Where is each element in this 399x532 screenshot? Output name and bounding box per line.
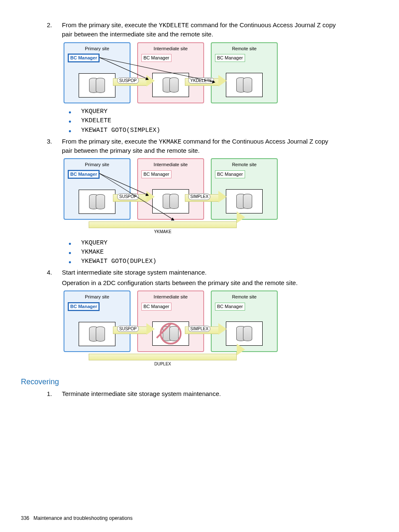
arrow-icon	[218, 191, 227, 203]
step2-command-list: YKQUERY YKDELETE YKEWAIT GOTO(SIMPLEX)	[62, 108, 336, 135]
bcm-remote: BC Manager	[215, 303, 245, 311]
bcm-remote: BC Manager	[215, 54, 245, 62]
blocked-icon	[160, 323, 182, 344]
site-title-intermediate: Intermediate site	[141, 162, 200, 168]
storage-icon	[79, 322, 115, 346]
storage-icon	[226, 73, 263, 97]
step-4: Start intermediate site storage system m…	[62, 268, 336, 367]
site-title-primary: Primary site	[68, 162, 126, 168]
diagram-step4: Primary site BC Manager Intermediate sit…	[64, 290, 336, 367]
bcm-remote: BC Manager	[215, 170, 245, 178]
cmd-item: YKDELETE	[81, 117, 336, 125]
bcm-intermediate: BC Manager	[141, 170, 171, 178]
band-duplex	[89, 354, 237, 360]
step-2: From the primary site, execute the YKDEL…	[62, 21, 336, 135]
storage-blocked-icon	[152, 321, 189, 346]
bcm-intermediate: BC Manager	[141, 303, 171, 311]
cmd-item: YKMAKE	[81, 248, 336, 257]
label-simplex: SIMPLEX	[188, 193, 210, 200]
band-ykmake	[89, 221, 237, 228]
step-3: From the primary site, execute the YKMAK…	[62, 137, 336, 266]
cmd-item: YKEWAIT GOTO(SIMPLEX)	[81, 126, 336, 135]
label-suspop: SUSPOP	[117, 326, 139, 332]
label-suspop: SUSPOP	[117, 77, 139, 84]
diagram-step2: Primary site BC Manager Intermediate sit…	[64, 42, 336, 104]
label-suspop: SUSPOP	[117, 193, 139, 200]
cmd-item: YKQUERY	[81, 108, 336, 116]
storage-icon	[79, 190, 115, 214]
storage-icon	[152, 73, 189, 97]
arrow-icon	[218, 75, 227, 87]
recover-step-1: Terminate intermediate site storage syst…	[62, 390, 336, 398]
storage-icon	[226, 321, 263, 346]
site-title-intermediate: Intermediate site	[141, 46, 200, 52]
site-title-remote: Remote site	[215, 294, 274, 300]
storage-icon	[79, 73, 115, 98]
bcm-primary: BC Manager	[68, 54, 100, 62]
site-title-remote: Remote site	[215, 162, 274, 168]
arrow-icon	[237, 211, 245, 223]
label-ykmake: YKMAKE	[64, 229, 262, 235]
bcm-primary: BC Manager	[68, 302, 100, 311]
site-title-remote: Remote site	[215, 46, 274, 52]
step3-command-list: YKQUERY YKMAKE YKEWAIT GOTO(DUPLEX)	[62, 239, 336, 266]
storage-icon	[226, 189, 263, 213]
site-title-primary: Primary site	[68, 294, 126, 300]
site-title-intermediate: Intermediate site	[141, 294, 200, 300]
label-duplex: DUPLEX	[64, 361, 262, 367]
step3-text-a: From the primary site, execute the	[62, 138, 159, 145]
step2-cmd: YKDELETE	[159, 22, 189, 29]
bcm-intermediate: BC Manager	[141, 54, 171, 62]
arrow-icon	[237, 344, 245, 355]
diagram-step3: Primary site BC Manager Intermediate sit…	[64, 158, 336, 234]
label-simplex: SIMPLEX	[188, 326, 210, 332]
step4-line2: Operation in a 2DC configuration starts …	[62, 279, 336, 287]
section-heading-recovering: Recovering	[21, 378, 336, 386]
step4-line1: Start intermediate site storage system m…	[62, 268, 336, 277]
step3-cmd: YKMAKE	[159, 139, 182, 146]
cmd-item: YKEWAIT GOTO(DUPLEX)	[81, 257, 336, 266]
arrow-icon	[218, 323, 227, 335]
step2-text-a: From the primary site, execute the	[62, 21, 159, 28]
label-ykdelete: YKDELETE	[188, 77, 214, 84]
bcm-primary: BC Manager	[68, 170, 100, 179]
cmd-item: YKQUERY	[81, 239, 336, 247]
site-title-primary: Primary site	[68, 46, 126, 52]
arrow-icon	[146, 323, 155, 335]
